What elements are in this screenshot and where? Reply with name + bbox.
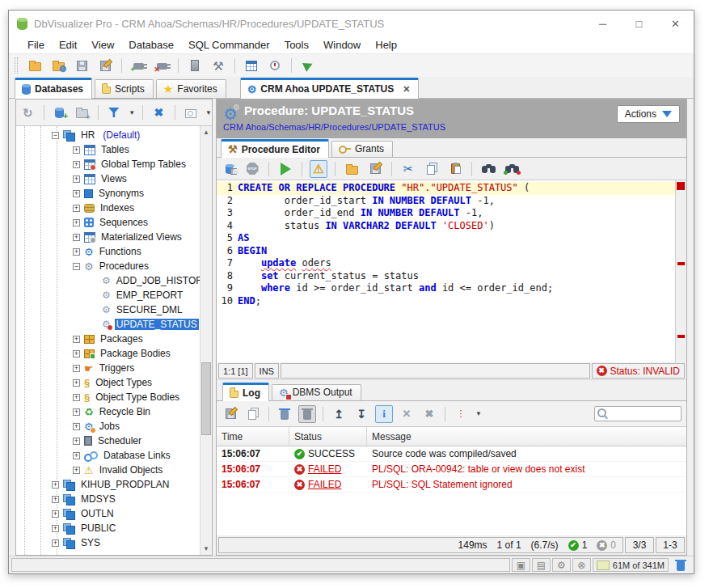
menu-help[interactable]: Help [368, 37, 404, 53]
tree-expander[interactable]: + [73, 219, 80, 226]
tree-item[interactable]: +§Object Types [16, 375, 200, 390]
tools-icon[interactable]: ⚒ [209, 57, 227, 74]
close-button[interactable]: ✕ [657, 11, 694, 36]
tree-item[interactable]: +Database Links [16, 448, 200, 463]
code-line[interactable]: 8 set current_status = status [217, 270, 675, 283]
tree-item[interactable]: +Scheduler [16, 434, 200, 448]
tree-item[interactable]: +♻Recycle Bin [16, 404, 200, 419]
error-marker-line7[interactable] [677, 262, 685, 265]
tree-expander[interactable]: + [52, 481, 59, 489]
tree-expander[interactable]: + [52, 496, 59, 503]
tab-close-icon[interactable]: ✕ [403, 84, 410, 95]
server-icon[interactable] [186, 57, 204, 74]
tree-expander[interactable]: + [73, 379, 80, 387]
save-procedure-icon[interactable] [220, 160, 238, 178]
filter-icon[interactable] [106, 104, 123, 121]
scheduler-icon[interactable] [266, 57, 284, 74]
clear-log-icon[interactable] [276, 405, 293, 423]
tree-expander[interactable]: + [73, 176, 80, 183]
tree-item[interactable]: +Views [16, 171, 200, 186]
tab-databases[interactable]: Databases [15, 78, 92, 99]
tab-object-update-status[interactable]: ⚙ CRM Ahoa UPDATE_STATUS ✕ [240, 78, 420, 99]
tree-item[interactable]: +OUTLN [16, 506, 200, 521]
tab-scripts[interactable]: Scripts [95, 79, 154, 98]
expand-all-icon[interactable]: ✕ [398, 405, 416, 423]
code-line[interactable]: 5AS [217, 232, 675, 245]
log-row[interactable]: 15:06:07✔SUCCESSSource code was compiled… [217, 446, 686, 462]
menu-tools[interactable]: Tools [277, 37, 316, 53]
tree-item[interactable]: −⚙Procedures [16, 259, 200, 273]
collapse-all-rows-icon[interactable]: ✖ [420, 405, 438, 423]
export-icon[interactable] [366, 160, 384, 178]
tree-expander[interactable]: + [73, 394, 80, 401]
tree-item[interactable]: +MDSYS [16, 492, 200, 506]
database-status-icon[interactable]: ▤ [532, 558, 551, 572]
memory-gauge[interactable]: 61M of 341M [593, 558, 669, 572]
tree-expander[interactable]: + [73, 336, 80, 343]
tree-expander[interactable]: + [73, 452, 80, 459]
tree-expander[interactable]: + [73, 190, 80, 197]
disconnect-icon[interactable]: ✕ [153, 57, 171, 74]
tree-expander[interactable]: − [52, 132, 59, 139]
collapse-all-icon[interactable]: ✖ [150, 104, 167, 121]
save-icon[interactable] [73, 57, 91, 74]
paste-icon[interactable] [446, 160, 464, 178]
scroll-thumb[interactable] [201, 362, 211, 435]
tree-item[interactable]: +⚙Functions [16, 244, 200, 259]
scroll-up-icon[interactable]: ▲ [200, 126, 212, 138]
layout-icon[interactable]: ▣ [512, 558, 530, 572]
tree-item[interactable]: +☛Triggers [16, 361, 200, 375]
tree-item[interactable]: +Synonyms [16, 186, 200, 201]
tab-dbms-output[interactable]: ⚙ DBMS Output [272, 384, 361, 400]
code-line[interactable]: 2 order_id_start IN NUMBER DEFAULT -1, [217, 195, 675, 208]
tree-item[interactable]: +⚙Jobs [16, 419, 200, 434]
stop-icon[interactable]: STOP [243, 160, 261, 178]
tree-expander[interactable]: + [73, 438, 80, 445]
gc-trash-icon[interactable] [670, 558, 691, 572]
run-cursor-icon[interactable] [299, 57, 317, 74]
tree-item[interactable]: +PUBLIC [16, 521, 200, 535]
error-marker-bottom[interactable] [677, 335, 685, 338]
tree-item[interactable]: +Package Bodies [16, 346, 200, 361]
markers-dropdown-icon[interactable]: ▼ [475, 410, 482, 417]
minimize-button[interactable]: ─ [585, 11, 621, 36]
tree-item[interactable]: +SYS [16, 535, 200, 550]
pane-dropdown-icon[interactable]: ▼ [205, 109, 212, 116]
tree-item[interactable]: +Global Temp Tables [16, 157, 200, 171]
create-connection-icon[interactable]: + [52, 104, 69, 121]
export-log-icon[interactable] [222, 405, 239, 423]
tree-item[interactable]: +KIHUB_PRODPLAN [16, 477, 200, 492]
tree-expander[interactable]: + [73, 205, 80, 212]
maximize-button[interactable]: □ [621, 11, 657, 36]
code-line[interactable]: 9 where id >= order_id_start and id <= o… [217, 282, 675, 295]
tree-expander[interactable]: + [73, 234, 80, 241]
log-row[interactable]: 15:06:07✖FAILEDPL/SQL: SQL Statement ign… [217, 477, 686, 493]
row-markers-icon[interactable]: ⋮ [452, 405, 470, 423]
tree-expander[interactable]: + [52, 525, 59, 532]
tree-expander[interactable]: + [73, 408, 80, 416]
tree-expander[interactable]: − [73, 263, 80, 270]
tab-log[interactable]: Log [222, 383, 269, 401]
code-line[interactable]: 1CREATE OR REPLACE PROCEDURE "HR"."UPDAT… [217, 182, 675, 195]
scroll-top-icon[interactable]: ↥ [330, 405, 348, 423]
tree-expander[interactable]: + [52, 539, 59, 547]
menu-view[interactable]: View [84, 37, 121, 53]
tree-expander[interactable]: + [52, 510, 59, 518]
settings-icon[interactable]: ⚙ [552, 558, 571, 572]
create-folder-icon[interactable]: + [74, 104, 91, 121]
folder-settings-icon[interactable]: ⚙ [49, 57, 67, 74]
code-line[interactable]: 7 update oders [217, 257, 675, 270]
tree-item[interactable]: +⚠Invalid Objects [16, 463, 200, 477]
tree-item[interactable]: +§Object Type Bodies [16, 390, 200, 404]
tree-expander[interactable]: + [73, 350, 80, 357]
tree-item[interactable]: +Materialized Views [16, 230, 200, 244]
execute-icon[interactable] [276, 160, 294, 178]
code-line[interactable]: 6BEGIN [217, 245, 675, 258]
menu-sql-commander[interactable]: SQL Commander [181, 37, 277, 53]
log-row[interactable]: 15:06:07✖FAILEDPL/SQL: ORA-00942: table … [217, 462, 686, 477]
menu-window[interactable]: Window [316, 37, 368, 53]
tree-expander[interactable]: + [73, 248, 80, 256]
tree-expander[interactable]: + [73, 467, 80, 474]
tree-expander[interactable]: + [73, 161, 80, 168]
tree-item[interactable]: +Indexes [16, 201, 200, 215]
